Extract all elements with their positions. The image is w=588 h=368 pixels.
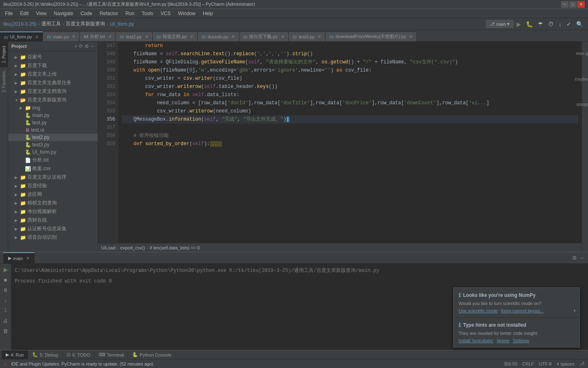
- menu-window[interactable]: Window: [175, 10, 199, 17]
- menu-tools[interactable]: Tools: [138, 10, 156, 17]
- tree-item-main[interactable]: ▶ 🐍 main.py: [8, 112, 98, 119]
- coverage-button[interactable]: ☂: [536, 20, 545, 28]
- pause-button[interactable]: ⏸: [2, 286, 9, 294]
- minimize-button[interactable]: ─: [561, 1, 568, 8]
- step-button[interactable]: ↓: [3, 296, 8, 305]
- encoding[interactable]: UTF-8: [539, 361, 552, 366]
- close-icon[interactable]: ✕: [26, 256, 29, 260]
- tab-downloadfromwenku[interactable]: py downloadFromWenku(不管图片).py ✕: [325, 31, 417, 41]
- tree-item-kaola[interactable]: ▶ 📁 考拉视频解析: [8, 207, 98, 216]
- breadcrumb-file[interactable]: UI_form.py: [110, 21, 134, 27]
- tree-item-baidudownload[interactable]: ▶ 📁 百度下载: [8, 61, 98, 70]
- tree-item-baijia[interactable]: ▶ 📁 百家号: [8, 53, 98, 61]
- close-icon[interactable]: ✕: [318, 34, 321, 39]
- tree-item-pijian[interactable]: ▶ 📁 皮匠网: [8, 190, 98, 199]
- maximize-button[interactable]: □: [569, 1, 577, 8]
- collapse-icon[interactable]: ▾: [573, 308, 576, 314]
- tree-item-uiform[interactable]: ▶ 🐍 UI_form.py: [8, 148, 98, 156]
- menu-refactor[interactable]: Refactor: [96, 10, 121, 17]
- settings-icon[interactable]: ⚙: [85, 43, 89, 49]
- btool-python-console[interactable]: 🐍 Python Console: [128, 350, 176, 359]
- right-tab-database[interactable]: Database: [573, 102, 588, 108]
- tree-item-docquery[interactable]: ▶ 📁 百度文库文档查询: [8, 87, 98, 96]
- notif-link-scientific[interactable]: Use scientific mode: [459, 308, 497, 313]
- tree-item-xicai[interactable]: ▶ 📁 西财在线: [8, 216, 98, 224]
- tree-item-img[interactable]: ▶ 📁 img: [8, 104, 98, 112]
- breadcrumb-folder2[interactable]: 百度文库新版查询: [66, 20, 105, 27]
- menu-code[interactable]: Code: [77, 10, 96, 17]
- tree-item-jingqi[interactable]: ▶ 📁 精棋文档查询: [8, 199, 98, 207]
- close-icon[interactable]: ✕: [281, 34, 284, 39]
- close-button[interactable]: ✕: [577, 1, 585, 8]
- new-file-button[interactable]: +: [74, 43, 77, 49]
- menu-help[interactable]: Help: [200, 10, 216, 17]
- tab-main[interactable]: py main.py ✕: [43, 31, 80, 41]
- tree-item-test2[interactable]: ▶ 🐍 test2.py: [8, 134, 98, 141]
- minimize-panel-icon[interactable]: ─: [579, 254, 585, 262]
- sync-button[interactable]: ⟳: [79, 43, 83, 49]
- indent-info[interactable]: 4 spaces: [557, 361, 575, 366]
- close-icon[interactable]: ✕: [35, 35, 38, 39]
- cursor-position[interactable]: 356:55: [503, 361, 517, 366]
- stop-button[interactable]: ■: [3, 276, 9, 284]
- notif-link-current-layout[interactable]: Keep current layout...: [501, 308, 543, 313]
- tree-item-testui[interactable]: ▶ 🖥 test.ui: [8, 126, 98, 134]
- notif-link-install[interactable]: Install 'lxml-stubs': [459, 338, 494, 343]
- right-tab-svn[interactable]: SVN view: [573, 51, 588, 57]
- close-icon[interactable]: ✕: [190, 34, 193, 39]
- profile-button[interactable]: ⏱: [546, 20, 555, 28]
- scroll-output-button[interactable]: ⤵: [3, 306, 8, 315]
- right-tab-rgraphics[interactable]: R Graphics: [571, 76, 588, 83]
- rerun-button[interactable]: ▶: [2, 265, 9, 274]
- tree-item-csv[interactable]: ▶ 📊 教案.csv: [8, 164, 98, 173]
- tab-filter[interactable]: py 筛选文档.py ✕: [153, 31, 198, 41]
- close-icon[interactable]: ✕: [145, 34, 148, 39]
- tree-item-test3[interactable]: ▶ 🐍 test3.py: [8, 141, 98, 148]
- menu-vcs[interactable]: VCS: [157, 10, 174, 17]
- run-tab-main[interactable]: ▶ main ✕: [3, 252, 35, 264]
- tree-item-newquery[interactable]: ▼ 📂 百度文库新版查询: [8, 96, 98, 104]
- tree-item-analysis[interactable]: ▶ 📄 分析.txt: [8, 156, 98, 164]
- code-container[interactable]: 347 348 349 350 351 352 353 354 355 356 …: [98, 42, 581, 243]
- breadcrumb-folder1[interactable]: 通用工具: [41, 20, 61, 27]
- breadcrumb-class[interactable]: UiLoad: [101, 245, 116, 250]
- close-icon[interactable]: ✕: [232, 34, 235, 39]
- menu-run[interactable]: Run: [122, 10, 138, 17]
- sidebar-tab-favorites[interactable]: 2: Favorites: [0, 67, 8, 96]
- btool-run[interactable]: ▶ 4: Run: [2, 350, 28, 359]
- menu-edit[interactable]: Edit: [17, 10, 32, 17]
- menu-navigate[interactable]: Navigate: [51, 10, 76, 17]
- notif-link-settings[interactable]: Settings: [513, 338, 529, 343]
- close-icon[interactable]: ✕: [409, 34, 412, 39]
- hide-panel-button[interactable]: ─: [91, 43, 94, 49]
- tree-item-task[interactable]: ▶ 📁 百度文库文曲星任务: [8, 79, 98, 87]
- tree-item-account[interactable]: ▶ 📁 认证帐号信息采集: [8, 224, 98, 233]
- clear-button[interactable]: 🗑: [2, 327, 9, 335]
- run-button[interactable]: ▶: [515, 20, 523, 28]
- tab-pagedownload[interactable]: py 按分页下载.py ✕: [239, 31, 289, 41]
- status-update-text[interactable]: IDE and Plugin Updates: PyCharm is ready…: [11, 361, 154, 366]
- btool-terminal[interactable]: ⌨ Terminal: [95, 350, 129, 359]
- tree-item-exp[interactable]: ▶ 📁 百度经验: [8, 182, 98, 190]
- tab-analysis[interactable]: txt 分析.txt ✕: [80, 31, 116, 41]
- tab-ui-form[interactable]: py UI_form.py ✕: [0, 31, 43, 41]
- close-icon[interactable]: ✕: [72, 34, 75, 39]
- tree-item-testpy[interactable]: ▶ 🐍 test.py: [8, 119, 98, 126]
- tab-docinfo[interactable]: py docinfo.py ✕: [198, 31, 239, 41]
- notif-link-ignore[interactable]: Ignore: [497, 338, 510, 343]
- breadcrumb-method[interactable]: export_csv(): [120, 245, 145, 250]
- tab-test2[interactable]: py test2.py ✕: [116, 31, 153, 41]
- branch-button[interactable]: ⎇ main ▾: [486, 20, 513, 28]
- tree-item-upload[interactable]: ▶ 📁 百度文库上传: [8, 70, 98, 79]
- close-icon[interactable]: ✕: [108, 34, 111, 39]
- breadcrumb-condition[interactable]: if len(self.data_lists) == 0: [150, 245, 200, 250]
- btool-debug[interactable]: 🐛 5: Debug: [28, 350, 62, 359]
- tab-test3[interactable]: py test3.py ✕: [289, 31, 325, 41]
- settings-icon[interactable]: ⚙: [571, 254, 578, 262]
- debug-button[interactable]: 🐛: [524, 20, 535, 28]
- tree-item-cert[interactable]: ▶ 📁 百度文库认证程序: [8, 173, 98, 182]
- vcs-update-button[interactable]: ↓: [557, 20, 563, 28]
- vcs-commit-button[interactable]: ✓: [565, 20, 573, 28]
- menu-file[interactable]: File: [2, 10, 16, 17]
- breadcrumb-project[interactable]: tiku(2019-3-25): [3, 21, 36, 27]
